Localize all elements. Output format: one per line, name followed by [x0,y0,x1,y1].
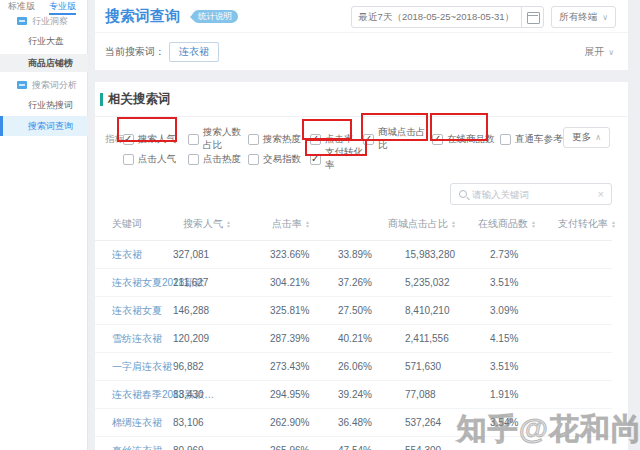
cell-click-rate: 304.21% [270,277,338,288]
cell-pay-conversion: 2.73% [490,249,612,260]
folder-icon [17,17,27,25]
checkbox-pay-conversion[interactable]: 支付转化率 [310,146,370,172]
checkbox-icon[interactable] [188,134,199,145]
cell-search-popularity: 327,081 [173,249,270,260]
keyword-link[interactable]: 连衣裙女夏 [112,304,173,318]
checkbox-icon[interactable] [310,134,321,145]
sort-icon[interactable]: ▲▼ [226,220,231,228]
terminal-select[interactable]: 所有终端 ∨ [551,6,616,28]
current-term-label: 当前搜索词： [105,45,165,59]
keyword-search-input[interactable] [472,189,591,200]
checkbox-icon[interactable] [188,154,199,165]
cell-click-rate: 273.43% [270,361,338,372]
sort-icon[interactable]: ▲▼ [451,220,456,228]
checkbox-label: 搜索热度 [263,133,301,146]
column-header-click-rate[interactable]: 点击率▲▼ [272,217,388,231]
sidebar-group-label: 搜索词分析 [32,79,77,92]
checkbox-label: 支付转化率 [325,146,370,172]
checkbox-click-popularity[interactable]: 点击人气 [123,153,188,166]
table-search-row: × [95,183,612,205]
column-header-mall-click-ratio[interactable]: 商城点击占比▲▼ [388,217,478,231]
cell-click-rate: 294.95% [270,389,338,400]
table-row: 连衣裙女夏2018新款 211,627 304.21% 37.26% 5,235… [95,269,612,297]
checkbox-icon[interactable] [248,134,259,145]
page-title: 搜索词查询 [105,7,180,25]
checkbox-label: 点击热度 [203,153,241,166]
more-button[interactable]: 更多 ∧ [563,127,610,148]
checkbox-icon[interactable] [123,134,134,145]
cell-online-items: 2,411,556 [405,333,490,344]
sidebar-item-hot-search-words[interactable]: 行业热搜词 [0,96,88,114]
checkbox-trade-index[interactable]: 交易指数 [248,153,310,166]
sidebar-item-shop-ranking[interactable]: 商品店铺榜 [0,54,88,72]
keyword-link[interactable]: 连衣裙女夏2018新款 [112,276,173,290]
sort-icon[interactable]: ▲▼ [305,220,310,228]
title-row: 搜索词查询 统计说明 最近7天（2018-05-25~2018-05-31） 所… [95,0,628,32]
cell-mall-click-ratio: 47.54% [338,445,405,450]
keyword-cell: 连衣裙 [112,248,173,262]
checkbox-mall-click-ratio[interactable]: 商城点击占比 [363,126,432,152]
keyword-link[interactable]: 连衣裙春季2018新款… [112,388,173,402]
cell-click-rate: 265.96% [270,445,338,450]
expand-label: 展开 [584,45,604,59]
cell-mall-click-ratio: 40.21% [338,333,405,344]
checkbox-searcher-ratio[interactable]: 搜索人数占比 [188,126,248,152]
keyword-link[interactable]: 棉绸连衣裙 [112,416,173,430]
checkbox-icon[interactable] [500,134,511,145]
checkbox-icon[interactable] [310,154,321,165]
sidebar-group-industry-insight[interactable]: 行业洞察 [0,13,88,29]
cell-search-popularity: 211,627 [173,277,270,288]
column-header-search-popularity[interactable]: 搜索人气▲▼ [183,217,272,231]
sidebar-item-search-word-query[interactable]: 搜索词查询 [0,116,88,136]
table-row: 一字肩连衣裙 96,882 273.43% 26.06% 571,630 3.5… [95,353,612,381]
column-header-online-items[interactable]: 在线商品数▲▼ [478,217,558,231]
date-range-picker[interactable]: 最近7天（2018-05-25~2018-05-31） [351,6,545,28]
stats-note-badge[interactable]: 统计说明 [192,10,238,23]
checkbox-row-2: 点击人气 点击热度 交易指数 支付转化率 [123,149,628,169]
keyword-link[interactable]: 真丝连衣裙 [112,444,173,450]
cell-click-rate: 262.90% [270,417,338,428]
keyword-link[interactable]: 一字肩连衣裙 [112,360,173,374]
checkbox-icon[interactable] [432,134,443,145]
column-header-keyword: 关键词 [112,217,183,231]
keyword-link[interactable]: 雪纺连衣裙 [112,332,173,346]
sidebar-group-search-analysis[interactable]: 搜索词分析 [0,77,88,93]
checkbox-label: 交易指数 [263,153,301,166]
table-row: 雪纺连衣裙 120,209 287.39% 40.21% 2,411,556 4… [95,325,612,353]
cell-mall-click-ratio: 26.06% [338,361,405,372]
checkbox-click-rate[interactable]: 点击率 [310,133,363,146]
checkbox-icon[interactable] [248,154,259,165]
checkbox-click-heat[interactable]: 点击热度 [188,153,248,166]
checkbox-icon[interactable] [363,134,374,145]
related-search-words-card: 相关搜索词 指标： 搜索人气 搜索人数占比 搜索热度 [95,82,628,450]
checkbox-search-heat[interactable]: 搜索热度 [248,133,310,146]
cell-click-rate: 325.81% [270,305,338,316]
checkbox-search-popularity[interactable]: 搜索人气 [123,133,188,146]
clear-icon[interactable]: × [591,188,611,200]
cell-search-popularity: 83,430 [173,389,270,400]
calendar-icon [521,7,543,27]
checkbox-label: 商城点击占比 [378,126,432,152]
sort-icon[interactable]: ▲▼ [611,220,616,228]
current-term-row: 当前搜索词： 连衣裙 展开 ∨ [95,32,628,62]
current-search-term-chip[interactable]: 连衣裙 [169,42,219,62]
cell-search-popularity: 120,209 [173,333,270,344]
cell-search-popularity: 80,969 [173,445,270,450]
table-row: 连衣裙女夏 146,288 325.81% 27.50% 8,410,210 3… [95,297,612,325]
search-icon [459,190,467,198]
sort-icon[interactable]: ▲▼ [531,220,536,228]
sidebar-item-industry-board[interactable]: 行业大盘 [0,32,88,50]
cell-online-items: 8,410,210 [405,305,490,316]
cell-online-items: 15,983,280 [405,249,490,260]
keyword-search-box[interactable]: × [450,183,612,205]
section-accent-bar [100,93,103,106]
date-range-text: 最近7天（2018-05-25~2018-05-31） [352,11,522,24]
checkbox-rows: 搜索人气 搜索人数占比 搜索热度 点击率 [123,129,628,169]
cell-online-items: 77,088 [405,389,490,400]
column-header-pay-conversion[interactable]: 支付转化率▲▼ [558,217,616,231]
expand-toggle[interactable]: 展开 ∨ [584,45,614,59]
cell-click-rate: 287.39% [270,333,338,344]
checkbox-icon[interactable] [123,154,134,165]
checkbox-online-items[interactable]: 在线商品数 [432,133,500,146]
sidebar-group-label: 行业洞察 [32,15,68,28]
